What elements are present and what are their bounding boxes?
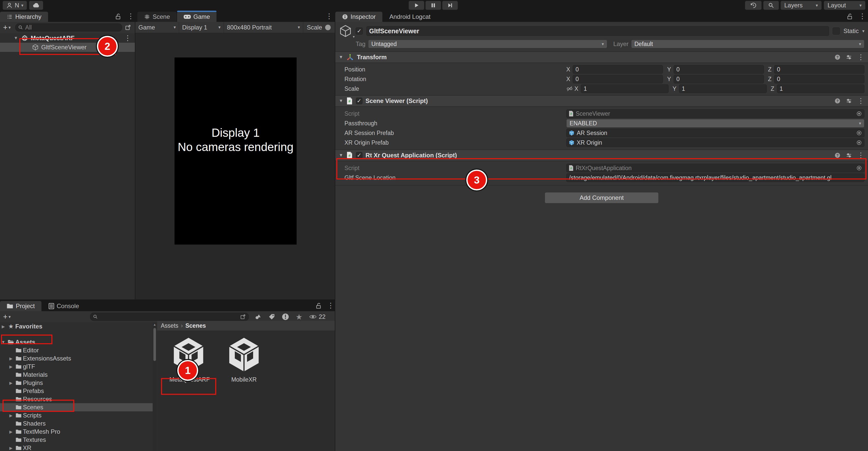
rotation-z-field[interactable]: 0 [774,75,864,84]
tab-scene[interactable]: Scene [137,12,177,22]
asset-mobilexr[interactable]: MobileXR [225,335,263,383]
position-z-field[interactable]: 0 [774,65,864,74]
rtxr-header[interactable]: ▼ # ✓ Rt Xr Quest Application (Script) ?… [335,150,868,161]
scene-row-menu-icon[interactable]: ⋮ [124,35,131,42]
favorites-star-icon[interactable]: ★ [296,313,303,321]
hierarchy-menu-icon[interactable]: ⋮ [127,13,134,20]
presets-icon[interactable] [846,54,852,60]
component-menu-icon[interactable]: ⋮ [857,152,864,159]
search-in-window-icon[interactable] [240,314,246,320]
expand-icon[interactable]: ▶ [8,364,14,369]
tree-item-textures[interactable]: Textures [0,436,153,444]
tree-item-favorites[interactable]: ▶ ★ Favorites [0,322,153,330]
foldout-icon[interactable]: ▼ [339,153,343,158]
static-checkbox[interactable] [833,28,840,35]
scale-x-field[interactable]: 1 [581,85,668,93]
expand-icon[interactable]: ▶ [8,356,14,361]
visibility-eye-icon[interactable] [309,314,317,320]
tree-item-textmeshpro[interactable]: ▶ TextMesh Pro [0,428,153,436]
expand-icon[interactable]: ▶ [8,381,14,385]
component-menu-icon[interactable]: ⋮ [857,54,864,61]
position-x-field[interactable]: 0 [572,65,663,74]
project-lock-icon[interactable] [315,302,321,309]
expand-icon[interactable]: ▶ [8,413,14,418]
cloud-button[interactable] [29,1,43,10]
tree-item-resources[interactable]: Resources [0,395,153,403]
scale-z-field[interactable]: 1 [777,85,864,93]
inspector-lock-icon[interactable] [847,13,853,20]
scale-y-field[interactable]: 1 [679,85,767,93]
undo-history-button[interactable] [745,1,762,10]
object-picker-icon[interactable] [856,110,862,117]
tab-inspector[interactable]: Inspector [335,12,382,22]
expand-icon[interactable]: ▶ [8,446,14,450]
scene-visibility-picker-icon[interactable] [125,24,131,31]
tree-item-plugins[interactable]: ▶ Plugins [0,379,153,387]
scene-viewer-header[interactable]: ▼ # ✓ Scene Viewer (Script) ? ⋮ [335,95,868,107]
pause-button[interactable] [425,1,441,10]
scale-slider-knob[interactable] [325,25,331,30]
tree-item-scripts[interactable]: ▶ Scripts [0,411,153,419]
ar-session-object-field[interactable]: AR Session [566,129,864,137]
scene-viewer-enabled-checkbox[interactable]: ✓ [356,98,363,104]
play-button[interactable] [409,1,424,10]
tab-console[interactable]: Console [42,301,86,311]
passthrough-dropdown[interactable]: ENABLED ▾ [566,119,864,128]
hidden-packages-icon[interactable] [282,313,289,320]
static-caret-icon[interactable]: ▾ [862,29,864,34]
account-button[interactable]: N ▾ [3,1,27,10]
rtxr-enabled-checkbox[interactable]: ✓ [356,152,363,159]
project-add-caret-icon[interactable]: ▾ [9,314,11,320]
tab-hierarchy[interactable]: Hierarchy [0,12,48,22]
tab-android-logcat[interactable]: Android Logcat [383,12,437,22]
project-search-input[interactable] [90,313,249,321]
layers-dropdown[interactable]: Layers ▾ [780,1,822,10]
object-picker-icon[interactable] [856,139,862,146]
layout-dropdown[interactable]: Layout ▾ [824,1,865,10]
tree-item-assets[interactable]: ▼ Assets [0,338,153,346]
help-icon[interactable]: ? [834,98,840,104]
add-component-button[interactable]: Add Component [545,192,659,203]
project-tree-scrollbar[interactable]: ▲ [153,322,157,451]
script-object-field[interactable]: # SceneViewer [566,109,864,118]
help-icon[interactable]: ? [834,54,840,60]
hierarchy-add-button[interactable]: + [3,23,8,32]
game-resolution-dropdown[interactable]: 800x480 Portrait ▾ [224,22,303,33]
foldout-icon[interactable]: ▼ [339,55,343,60]
tree-item-gltf[interactable]: ▶ glTF [0,362,153,371]
object-picker-icon[interactable] [856,165,862,171]
rotation-y-field[interactable]: 0 [674,75,764,84]
tree-item-editor[interactable]: Editor [0,346,153,354]
hierarchy-lock-icon[interactable] [115,13,121,20]
scale-link-icon[interactable] [566,86,573,92]
global-search-button[interactable] [763,1,779,10]
collapse-icon[interactable]: ▼ [0,340,7,345]
presets-icon[interactable] [846,98,852,104]
project-menu-icon[interactable]: ⋮ [327,302,334,309]
foldout-icon[interactable]: ▼ [339,98,343,103]
tree-item-extensionsassets[interactable]: ▶ ExtensionsAssets [0,354,153,362]
expand-icon[interactable]: ▶ [8,429,14,434]
game-mode-dropdown[interactable]: Game ▾ [135,22,179,33]
breadcrumb-current[interactable]: Scenes [185,322,206,329]
hierarchy-add-caret-icon[interactable]: ▾ [9,25,11,30]
gltf-location-field[interactable]: /storage/emulated/0/Android/data/com.fiv… [566,173,864,182]
help-icon[interactable]: ? [834,152,840,158]
scrollbar-thumb[interactable] [153,328,156,361]
inspector-menu-icon[interactable]: ⋮ [859,13,866,20]
expand-icon[interactable]: ▶ [0,324,7,329]
gameobject-name-field[interactable]: GltfSceneViewer [366,26,829,36]
component-menu-icon[interactable]: ⋮ [857,97,864,104]
rotation-x-field[interactable]: 0 [572,75,663,84]
step-button[interactable] [442,1,458,10]
tree-item-shaders[interactable]: Shaders [0,419,153,428]
project-add-button[interactable]: + [3,313,8,321]
rtxr-script-object-field[interactable]: # RtXrQuestApplication [566,164,864,172]
tab-project[interactable]: Project [0,301,41,311]
xr-origin-object-field[interactable]: XR Origin [566,138,864,147]
filter-by-type-icon[interactable] [254,313,261,320]
foldout-icon[interactable]: ▼ [14,36,18,41]
object-picker-icon[interactable] [856,130,862,136]
gameobject-enabled-checkbox[interactable]: ✓ [355,28,363,35]
filter-by-label-icon[interactable] [268,313,275,320]
